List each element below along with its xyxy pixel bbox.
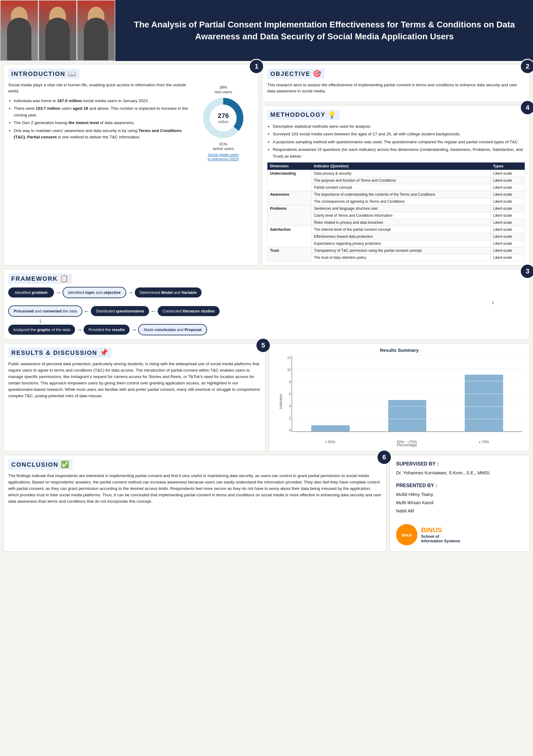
presenter-1: Mufid Hilmy Tsany: [396, 490, 523, 499]
fw-row-3: Analyzed the graphs of the data → Provid…: [8, 324, 525, 335]
credits-section: SUPERVISED BY : Dr. Yohannes Kurniawan, …: [390, 455, 530, 552]
photo-2: [39, 0, 77, 61]
donut-chart: 276 million: [202, 96, 244, 139]
type-4: Likert-scale: [491, 191, 524, 198]
donut-center-small: million: [218, 120, 229, 124]
target-icon: 🎯: [313, 70, 322, 78]
fw-node-made-conclusion: Made conclusion and Proposal: [138, 324, 207, 335]
type-11: Likert-scale: [491, 240, 524, 247]
supervised-block: SUPERVISED BY : Dr. Yohannes Kurniawan, …: [396, 461, 523, 477]
intro-opening: Social media plays a vital role in human…: [8, 82, 190, 94]
dim-understanding: Understanding: [267, 170, 311, 191]
photo-3: [77, 0, 115, 61]
methodology-table: Dimension Indicator (Question) Types Und…: [267, 162, 525, 261]
tick-10: 10: [287, 368, 291, 372]
conclusion-title-text: CONCLUSION: [11, 461, 58, 468]
meth-bullet-1: Descriptive statistical methods were use…: [273, 123, 525, 130]
binus-sub1: School of: [421, 534, 461, 539]
table-row: Awareness The importance of understandin…: [267, 191, 525, 198]
lightbulb-icon: 💡: [328, 111, 337, 119]
tick-4: 4: [289, 404, 291, 408]
methodology-title: METHODOLOGY 💡: [267, 110, 525, 120]
type-5: Likert-scale: [491, 198, 524, 205]
photo-1: [0, 0, 39, 61]
type-13: Likert-scale: [491, 254, 524, 261]
dim-trust: Trust: [267, 247, 311, 261]
donut-label-bottom: 61%active users: [213, 142, 234, 151]
bullet-3: The Gen Z generation having the lowest l…: [14, 120, 190, 126]
supervised-label: SUPERVISED BY :: [396, 461, 523, 467]
fw-node-provided: Provided the results: [84, 325, 129, 335]
dim-awareness: Awareness: [267, 191, 311, 205]
results-section: RESULTS & DISCUSSION 📌 Public awareness …: [3, 343, 266, 452]
row-3: RESULTS & DISCUSSION 📌 Public awareness …: [3, 343, 530, 452]
arr-4: ←: [150, 308, 156, 314]
ind-6: Sentences and language structure user: [311, 205, 491, 212]
presenter-3: Nabil Alif: [396, 507, 523, 515]
intro-title: INTRODUCTION 📖: [8, 68, 254, 79]
arr-5: →: [76, 326, 82, 333]
framework-section: FRAMEWORK 📋 Identified problem → Identif…: [3, 269, 530, 340]
objective-title: OBJECTIVE 🎯: [267, 68, 525, 79]
fw-node-processed: Processed and converted the data: [8, 306, 82, 317]
row-1: INTRODUCTION 📖 Social media plays a vita…: [3, 64, 530, 266]
arr-6: →: [131, 326, 137, 333]
ind-7: Clarity level of Terms and Conditions in…: [311, 212, 491, 219]
fw-node-identified-problem: Identified problem: [8, 287, 54, 298]
arr-down-1: ↓: [491, 299, 494, 305]
bullet-1: Indonesia was home to 167.0 million soci…: [14, 97, 190, 104]
bar-3: [465, 375, 503, 431]
type-2: Likert-scale: [491, 177, 524, 184]
framework-flow: Identified problem → Identified topic an…: [8, 287, 525, 335]
binus-name: BINUS: [421, 526, 461, 534]
arr-down-2: ↓: [39, 317, 42, 323]
clipboard-icon: 📋: [60, 275, 69, 283]
donut-source: Social media usersin Indonesia (2023): [208, 153, 239, 161]
fw-node-determined-model: Determined Model and Variable: [135, 287, 202, 298]
intro-title-text: INTRODUCTION: [11, 70, 65, 77]
objective-number-badge: 2: [520, 59, 533, 74]
intro-bullets: Indonesia was home to 167.0 million soci…: [8, 97, 190, 141]
meth-bullet-3: A purposive sampling method with questio…: [273, 139, 525, 146]
ind-11: Expectations regarding privacy protectio…: [311, 240, 491, 247]
main-title: The Analysis of Partial Consent Implemen…: [125, 18, 524, 42]
header-photos: [0, 0, 116, 61]
table-row: Trust Transparency of T&C permission usi…: [267, 247, 525, 254]
ind-10: Effectiveness toward data protection: [311, 233, 491, 240]
type-1: Likert-scale: [491, 170, 524, 177]
conclusion-section: CONCLUSION ✅ The findings indicate that …: [3, 455, 387, 552]
donut-center: 276 million: [218, 112, 229, 124]
ind-5: The consequences of agreeing to Terms an…: [311, 198, 491, 205]
methodology-section: METHODOLOGY 💡 Descriptive statistical me…: [262, 105, 530, 266]
supervised-name: Dr. Yohannes Kurniawan, S.Kom., S.E., MM…: [396, 469, 523, 477]
col-indicator: Indicator (Question): [311, 162, 491, 170]
ind-1: Data privacy & security: [311, 170, 491, 177]
dim-problems: Problems: [267, 205, 311, 226]
tick-12: 12: [287, 356, 291, 360]
col-dim: Dimension: [267, 162, 311, 170]
results-title: RESULTS & DISCUSSION 📌: [8, 347, 260, 358]
row-4: CONCLUSION ✅ The findings indicate that …: [3, 455, 530, 552]
presenter-2: Mufti Ikhsan Kamil: [396, 499, 523, 507]
bar-group-3: [445, 356, 522, 431]
ind-12: Transparency of T&C permission using the…: [311, 247, 491, 254]
header: The Analysis of Partial Consent Implemen…: [0, 0, 533, 61]
book-icon: 📖: [68, 70, 76, 78]
dim-satisfaction: Satisfaction: [267, 226, 311, 247]
row-2: FRAMEWORK 📋 Identified problem → Identif…: [3, 269, 530, 340]
methodology-title-text: METHODOLOGY: [270, 111, 325, 118]
fw-node-identified-topic: Identified topic and objective: [63, 287, 126, 298]
arr-1: →: [55, 289, 61, 296]
bars-container: [292, 356, 522, 432]
presented-names: Mufid Hilmy Tsany Mufti Ikhsan Kamil Nab…: [396, 490, 523, 515]
objective-section: OBJECTIVE 🎯 This research aims to assess…: [262, 64, 530, 102]
presented-label: PRESENTED BY :: [396, 483, 523, 488]
framework-title-text: FRAMEWORK: [11, 275, 58, 282]
table-row: Problems Sentences and language structur…: [267, 205, 525, 212]
header-title-area: The Analysis of Partial Consent Implemen…: [116, 0, 533, 61]
donut-center-big: 276: [218, 112, 229, 120]
tick-6: 6: [289, 392, 291, 396]
chart-title: Results Summary: [273, 347, 525, 353]
binus-circle-logo: BINUS: [396, 524, 417, 545]
methodology-bullets: Descriptive statistical methods were use…: [267, 123, 525, 160]
